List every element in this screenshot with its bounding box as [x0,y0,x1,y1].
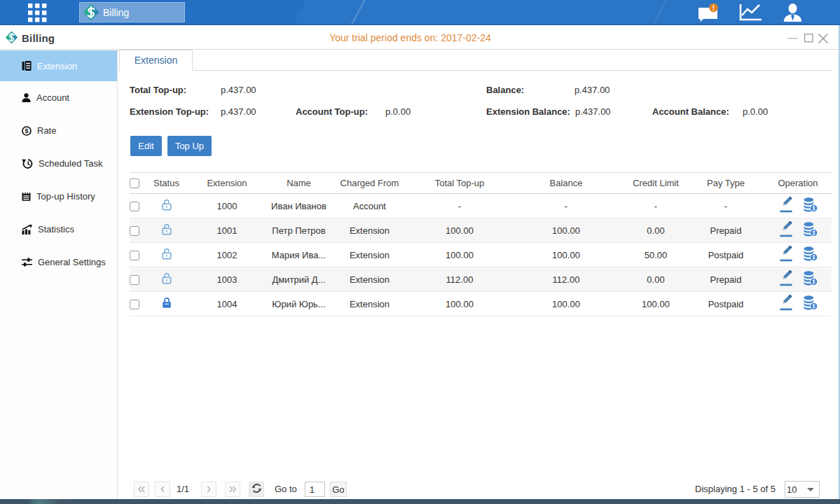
svg-text:$: $ [25,127,28,134]
svg-text:!: ! [712,4,715,12]
